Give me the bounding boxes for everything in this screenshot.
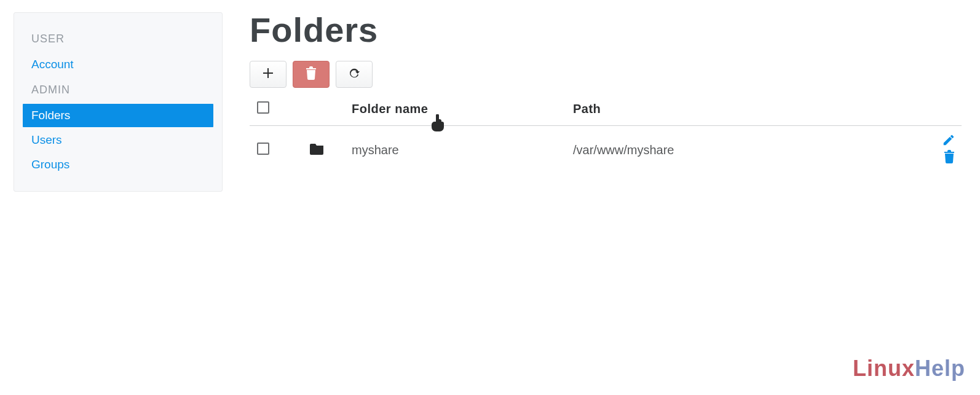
sidebar-item-groups[interactable]: Groups <box>23 153 213 176</box>
column-header-path[interactable]: Path <box>569 96 888 126</box>
plus-icon <box>262 67 274 82</box>
logo: LinuxHelp <box>812 351 965 386</box>
refresh-icon <box>347 66 361 83</box>
row-trash-icon[interactable] <box>943 150 955 163</box>
page-title: Folders <box>250 10 962 50</box>
sidebar: USER Account ADMIN Folders Users Groups <box>14 12 223 192</box>
row-checkbox[interactable] <box>257 143 269 155</box>
folders-table: Folder name Path myshare /var <box>250 96 962 174</box>
column-header-name[interactable]: Folder name <box>348 96 569 126</box>
folder-icon <box>310 144 325 157</box>
sidebar-item-account[interactable]: Account <box>23 53 213 76</box>
trash-icon <box>305 66 317 83</box>
toolbar <box>250 61 962 88</box>
edit-icon[interactable] <box>942 133 955 147</box>
sidebar-section-user: USER <box>23 26 213 52</box>
row-folder-name[interactable]: myshare <box>348 126 569 174</box>
sidebar-section-admin: ADMIN <box>23 77 213 103</box>
row-folder-path: /var/www/myshare <box>569 126 888 174</box>
sidebar-item-users[interactable]: Users <box>23 128 213 152</box>
table-row: myshare /var/www/myshare <box>250 126 962 174</box>
refresh-button[interactable] <box>336 61 373 88</box>
main-content: Folders <box>223 0 980 395</box>
add-button[interactable] <box>250 61 286 88</box>
select-all-checkbox[interactable] <box>257 101 269 114</box>
logo-mark-icon <box>812 351 848 386</box>
logo-text: LinuxHelp <box>853 356 965 381</box>
sidebar-item-folders[interactable]: Folders <box>23 104 213 127</box>
delete-button[interactable] <box>293 61 330 88</box>
